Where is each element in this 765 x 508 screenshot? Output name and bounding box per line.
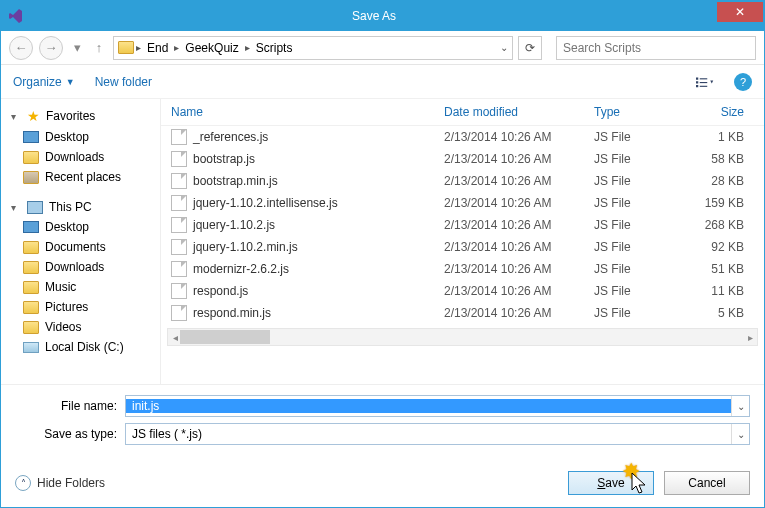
star-icon: ★ (27, 108, 40, 124)
search-input[interactable]: Search Scripts (556, 36, 756, 60)
folder-icon (23, 301, 39, 314)
file-row[interactable]: respond.js2/13/2014 10:26 AMJS File11 KB (161, 280, 764, 302)
breadcrumb-seg[interactable]: End (143, 41, 172, 55)
file-type: JS File (594, 262, 684, 276)
file-size: 92 KB (684, 240, 754, 254)
folder-icon (23, 151, 39, 164)
scroll-thumb[interactable] (180, 330, 270, 344)
file-date: 2/13/2014 10:26 AM (444, 262, 594, 276)
up-button[interactable]: ↑ (91, 36, 107, 60)
pc-icon (27, 201, 43, 214)
tree-item[interactable]: Documents (5, 237, 156, 257)
help-button[interactable]: ? (734, 73, 752, 91)
save-type-label: Save as type: (15, 427, 125, 441)
desktop-icon (23, 221, 39, 233)
tree-item[interactable]: Recent places (5, 167, 156, 187)
save-fields: File name: init.js ⌄ Save as type: JS fi… (1, 384, 764, 463)
tree-item[interactable]: Local Disk (C:) (5, 337, 156, 357)
new-folder-button[interactable]: New folder (95, 75, 152, 89)
file-row[interactable]: jquery-1.10.2.min.js2/13/2014 10:26 AMJS… (161, 236, 764, 258)
file-type: JS File (594, 196, 684, 210)
chevron-right-icon: ▸ (136, 42, 141, 53)
file-type: JS File (594, 306, 684, 320)
col-size[interactable]: Size (684, 105, 754, 119)
file-size: 58 KB (684, 152, 754, 166)
recent-locations-button[interactable]: ▾ (69, 36, 85, 60)
save-button[interactable]: Save (568, 471, 654, 495)
drive-icon (23, 342, 39, 353)
js-file-icon (171, 261, 187, 277)
file-row[interactable]: modernizr-2.6.2.js2/13/2014 10:26 AMJS F… (161, 258, 764, 280)
chevron-down-icon: ▼ (66, 77, 75, 87)
tree-item[interactable]: Downloads (5, 147, 156, 167)
close-button[interactable]: ✕ (717, 2, 763, 22)
file-name: jquery-1.10.2.js (193, 218, 275, 232)
file-name: bootstrap.js (193, 152, 255, 166)
file-row[interactable]: jquery-1.10.2.intellisense.js2/13/2014 1… (161, 192, 764, 214)
svg-rect-2 (696, 85, 698, 87)
save-type-select[interactable]: JS files ( *.js) ⌄ (125, 423, 750, 445)
hide-folders-button[interactable]: ˄ Hide Folders (15, 475, 105, 491)
file-type: JS File (594, 218, 684, 232)
col-type[interactable]: Type (594, 105, 684, 119)
scroll-right-icon[interactable]: ▸ (743, 329, 757, 345)
tree-favorites[interactable]: ▾★Favorites (5, 105, 156, 127)
tree-item[interactable]: Music (5, 277, 156, 297)
file-date: 2/13/2014 10:26 AM (444, 218, 594, 232)
tree-item[interactable]: Downloads (5, 257, 156, 277)
file-name: jquery-1.10.2.intellisense.js (193, 196, 338, 210)
col-name[interactable]: Name (171, 105, 444, 119)
js-file-icon (171, 239, 187, 255)
tree-this-pc[interactable]: ▾This PC (5, 197, 156, 217)
file-list: _references.js2/13/2014 10:26 AMJS File1… (161, 126, 764, 324)
file-name-input[interactable]: init.js ⌄ (125, 395, 750, 417)
file-name: bootstrap.min.js (193, 174, 278, 188)
tree-item[interactable]: Desktop (5, 217, 156, 237)
svg-rect-4 (700, 82, 708, 83)
forward-button[interactable]: → (39, 36, 63, 60)
chevron-down-icon[interactable]: ⌄ (731, 424, 749, 444)
back-button[interactable]: ← (9, 36, 33, 60)
organize-menu[interactable]: Organize ▼ (13, 75, 75, 89)
svg-rect-1 (696, 81, 698, 83)
breadcrumb-seg[interactable]: GeekQuiz (181, 41, 242, 55)
file-row[interactable]: respond.min.js2/13/2014 10:26 AMJS File5… (161, 302, 764, 324)
file-name: modernizr-2.6.2.js (193, 262, 289, 276)
horizontal-scrollbar[interactable]: ◂ ▸ (167, 328, 758, 346)
tree-item[interactable]: Videos (5, 317, 156, 337)
file-date: 2/13/2014 10:26 AM (444, 240, 594, 254)
close-icon: ✕ (735, 5, 745, 19)
tree-item[interactable]: Desktop (5, 127, 156, 147)
file-type: JS File (594, 130, 684, 144)
file-pane: Name Date modified Type Size _references… (161, 99, 764, 384)
js-file-icon (171, 283, 187, 299)
file-row[interactable]: bootstrap.js2/13/2014 10:26 AMJS File58 … (161, 148, 764, 170)
file-size: 51 KB (684, 262, 754, 276)
file-size: 268 KB (684, 218, 754, 232)
file-size: 28 KB (684, 174, 754, 188)
file-date: 2/13/2014 10:26 AM (444, 174, 594, 188)
cancel-button[interactable]: Cancel (664, 471, 750, 495)
nav-row: ← → ▾ ↑ ▸ End ▸ GeekQuiz ▸ Scripts ⌄ ⟳ S… (1, 31, 764, 65)
svg-rect-5 (700, 85, 708, 86)
folder-icon (23, 261, 39, 274)
view-options-button[interactable] (696, 73, 714, 91)
refresh-button[interactable]: ⟳ (518, 36, 542, 60)
recent-icon (23, 171, 39, 184)
col-date[interactable]: Date modified (444, 105, 594, 119)
file-row[interactable]: bootstrap.min.js2/13/2014 10:26 AMJS Fil… (161, 170, 764, 192)
desktop-icon (23, 131, 39, 143)
file-size: 159 KB (684, 196, 754, 210)
breadcrumb[interactable]: ▸ End ▸ GeekQuiz ▸ Scripts ⌄ (113, 36, 513, 60)
tree-item[interactable]: Pictures (5, 297, 156, 317)
file-type: JS File (594, 240, 684, 254)
column-headers: Name Date modified Type Size (161, 99, 764, 126)
breadcrumb-seg[interactable]: Scripts (252, 41, 297, 55)
file-row[interactable]: jquery-1.10.2.js2/13/2014 10:26 AMJS Fil… (161, 214, 764, 236)
chevron-down-icon[interactable]: ⌄ (500, 42, 508, 53)
chevron-down-icon[interactable]: ⌄ (731, 396, 749, 416)
file-row[interactable]: _references.js2/13/2014 10:26 AMJS File1… (161, 126, 764, 148)
folder-icon (23, 281, 39, 294)
window-title: Save As (31, 9, 717, 23)
search-placeholder: Search Scripts (563, 41, 641, 55)
